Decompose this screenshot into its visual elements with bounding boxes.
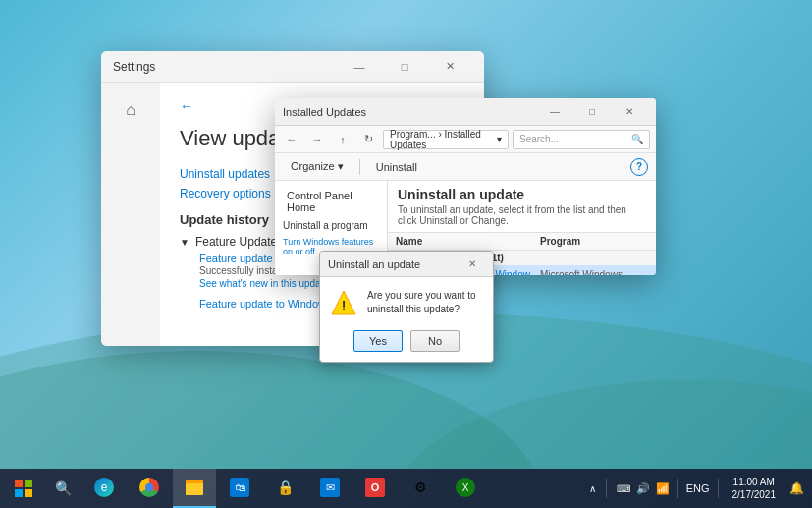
notification-icon[interactable]: 🔔 <box>785 481 804 495</box>
address-path: Program... › Installed Updates <box>390 129 495 150</box>
speaker-icon[interactable]: 🔊 <box>636 482 650 495</box>
col-program-header: Program <box>540 236 648 247</box>
taskbar-app-explorer[interactable] <box>173 469 216 508</box>
col-name-header: Name <box>396 236 540 247</box>
settings-icon: ⚙ <box>410 478 430 497</box>
keyboard-icon[interactable]: ⌨ <box>617 483 630 494</box>
taskbar-app-edge[interactable]: e <box>82 469 126 508</box>
explorer-refresh-btn[interactable]: ↻ <box>357 129 379 150</box>
svg-rect-10 <box>186 483 203 495</box>
installed-updates-window-title: Installed Updates <box>283 106 536 118</box>
taskbar-app-store[interactable]: 🛍 <box>218 469 261 508</box>
content-header: Uninstall an update To uninstall an upda… <box>388 181 656 233</box>
taskbar-divider-2 <box>677 479 678 498</box>
edge-icon: e <box>94 478 114 497</box>
dialog-warning-icon-container: ! <box>330 289 357 316</box>
address-chevron: ▾ <box>497 134 502 144</box>
explorer-ribbon: Organize ▾ Uninstall ? <box>275 153 656 181</box>
svg-point-1 <box>0 351 540 469</box>
store-icon: 🛍 <box>230 478 249 497</box>
organize-button[interactable]: Organize ▾ <box>283 157 352 176</box>
dialog-yes-button[interactable]: Yes <box>353 330 403 352</box>
language-indicator[interactable]: ENG <box>686 482 710 494</box>
explorer-toolbar: ← → ↑ ↻ Program... › Installed Updates ▾… <box>275 126 656 153</box>
taskbar-right: ∧ ⌨ 🔊 📶 ENG 11:00 AM 2/17/2021 🔔 <box>589 476 812 501</box>
windows-logo-icon <box>15 480 32 497</box>
content-subtitle: To uninstall an update, select it from t… <box>398 204 646 226</box>
svg-text:!: ! <box>342 298 347 313</box>
dialog-title: Uninstall an update <box>328 258 460 270</box>
confirm-dialog: Uninstall an update ✕ ! Are you sure you… <box>319 251 494 363</box>
content-title: Uninstall an update <box>398 187 646 202</box>
network-icon[interactable]: 📶 <box>656 482 670 495</box>
installed-updates-titlebar: Installed Updates — □ ✕ <box>275 98 656 126</box>
explorer-up-btn[interactable]: ↑ <box>332 129 353 150</box>
uninstall-program-link: Uninstall a program <box>275 216 387 235</box>
search-placeholder: Search... <box>519 134 559 144</box>
taskbar-app-settings[interactable]: ⚙ <box>399 469 442 508</box>
taskbar-divider-3 <box>718 479 719 498</box>
dialog-message: Are you sure you want to uninstall this … <box>367 289 483 316</box>
warning-icon: ! <box>330 289 357 316</box>
chevron-up-icon[interactable]: ∧ <box>589 483 596 494</box>
settings-titlebar: Settings — □ ✕ <box>101 51 484 83</box>
taskbar-search-button[interactable]: 🔍 <box>47 469 79 508</box>
settings-minimize-button[interactable]: — <box>337 51 382 83</box>
control-panel-home-link[interactable]: Control Panel Home <box>275 187 387 216</box>
svg-rect-7 <box>15 489 23 497</box>
taskbar: 🔍 e 🛍 🔒 ✉ <box>0 469 812 508</box>
dialog-buttons: Yes No <box>320 324 493 362</box>
svg-rect-6 <box>25 480 32 487</box>
help-button[interactable]: ? <box>630 158 648 176</box>
settings-home-icon[interactable]: ⌂ <box>101 90 160 130</box>
dialog-close-button[interactable]: ✕ <box>460 252 485 277</box>
table-header: Name Program <box>388 233 656 251</box>
taskbar-app-mail[interactable]: ✉ <box>308 469 352 508</box>
chrome-icon <box>139 478 159 497</box>
installed-updates-minimize[interactable]: — <box>536 98 573 126</box>
security-icon: 🔒 <box>275 478 295 497</box>
search-icon: 🔍 <box>631 134 643 144</box>
svg-rect-5 <box>15 480 23 487</box>
installed-updates-maximize[interactable]: □ <box>573 98 611 126</box>
dialog-body: ! Are you sure you want to uninstall thi… <box>320 277 493 324</box>
taskbar-app-xbox[interactable]: X <box>444 469 487 508</box>
dialog-no-button[interactable]: No <box>410 330 460 352</box>
uninstall-button[interactable]: Uninstall <box>368 158 425 176</box>
settings-sidebar: ⌂ <box>101 83 160 346</box>
taskbar-app-office[interactable]: O <box>353 469 397 508</box>
svg-rect-11 <box>187 480 193 483</box>
row-program: Microsoft Windows <box>540 269 648 276</box>
uninstall-prog-label[interactable]: Uninstall a program <box>283 220 368 231</box>
taskbar-clock[interactable]: 11:00 AM 2/17/2021 <box>727 476 783 501</box>
settings-window-title: Settings <box>113 60 337 74</box>
taskbar-date-value: 2/17/2021 <box>732 488 777 501</box>
svg-rect-8 <box>25 489 32 497</box>
settings-window-controls: — □ ✕ <box>337 51 472 83</box>
explorer-search-box[interactable]: Search... 🔍 <box>513 130 650 149</box>
chevron-down-icon: ▼ <box>180 237 189 248</box>
explorer-back-btn[interactable]: ← <box>281 129 302 150</box>
installed-updates-close[interactable]: ✕ <box>611 98 648 126</box>
office-icon: O <box>365 478 385 497</box>
explorer-forward-btn[interactable]: → <box>306 129 328 150</box>
svg-point-2 <box>393 380 812 469</box>
xbox-icon: X <box>456 478 475 497</box>
settings-maximize-button[interactable]: □ <box>382 51 427 83</box>
desktop: Settings — □ ✕ ⌂ ← View update history U… <box>0 0 812 508</box>
settings-back-button[interactable]: ← <box>180 98 193 114</box>
mail-icon: ✉ <box>320 478 340 497</box>
settings-close-button[interactable]: ✕ <box>427 51 472 83</box>
taskbar-divider <box>606 479 607 498</box>
taskbar-app-chrome[interactable] <box>128 469 171 508</box>
taskbar-apps: e 🛍 🔒 ✉ O <box>79 469 589 508</box>
taskbar-app-security[interactable]: 🔒 <box>263 469 306 508</box>
dialog-titlebar: Uninstall an update ✕ <box>320 252 493 277</box>
taskbar-time-value: 11:00 AM <box>732 476 777 488</box>
start-button[interactable] <box>0 469 47 508</box>
taskbar-system-icons: ∧ ⌨ 🔊 📶 <box>589 479 670 498</box>
explorer-icon <box>185 478 204 497</box>
update-21h1-link[interactable]: See what's new in this update <box>199 278 329 289</box>
explorer-address-bar[interactable]: Program... › Installed Updates ▾ <box>383 130 509 149</box>
installed-updates-window: Installed Updates — □ ✕ ← → ↑ ↻ Program.… <box>275 98 656 275</box>
